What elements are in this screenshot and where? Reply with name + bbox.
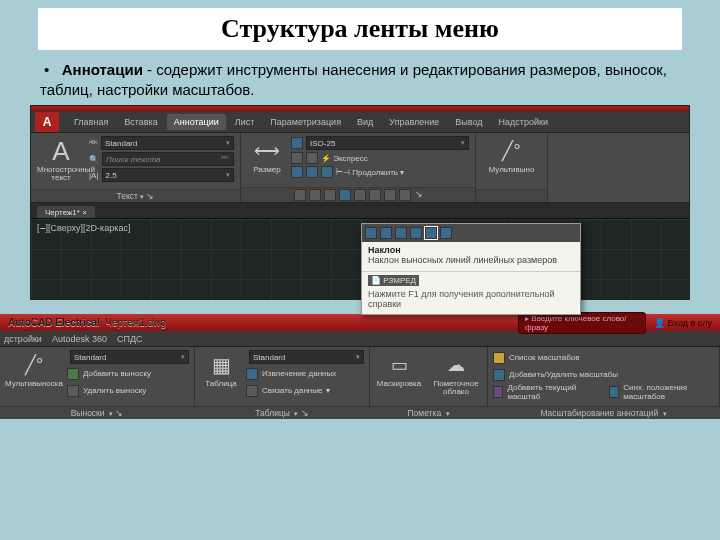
tab2-spds[interactable]: СПДС (117, 334, 143, 344)
autocad-ribbon-annotations: A Главная Вставка Аннотации Лист Парамет… (30, 105, 690, 300)
panel-dimension: ⟷ Размер ISO-25▾ ⚡ Экспресс ⊢⊣ Продолжит… (241, 133, 476, 202)
tab-addins[interactable]: Надстройки (492, 114, 555, 130)
cloud-button[interactable]: ☁ Пометочное облако (431, 350, 481, 397)
multileader-label: Мультивыно (482, 166, 541, 174)
titlebar2: AutoCAD Electrical Чертеж1.dwg ▸ Введите… (0, 314, 720, 331)
app-name: AutoCAD Electrical Чертеж1.dwg (0, 317, 174, 328)
table-button[interactable]: ▦ Таблица (200, 350, 242, 388)
dimension-label: Размер (247, 166, 287, 174)
sync-scale-button[interactable]: Синх. положения масштабов (609, 384, 714, 399)
autocad-ribbon-electrical: AutoCAD Electrical Чертеж1.dwg ▸ Введите… (0, 314, 720, 419)
text-style-combo[interactable]: Standard▾ (101, 136, 234, 150)
remove-leader-button[interactable]: Удалить выноску (67, 383, 189, 398)
multitext-label: Многострочный текст (37, 166, 85, 183)
addrem-scale-button[interactable]: Добавить/Удалить масштабы (493, 367, 618, 382)
panel-scaling: Список масштабов Добавить/Удалить масшта… (488, 347, 720, 419)
table-icon: ▦ (200, 350, 242, 380)
panel-text-label[interactable]: Текст▾ ↘ (31, 189, 240, 202)
panel-markup: ▭ Маскировка ☁ Пометочное облако Пометка… (370, 347, 488, 419)
slide-title: Структура ленты меню (38, 8, 682, 50)
tooltip-help: Нажмите F1 для получения дополнительной … (362, 287, 580, 311)
login-button[interactable]: 👤 Вход в слу (646, 318, 720, 328)
tab-view[interactable]: Вид (350, 114, 380, 130)
multileader2-button[interactable]: ╱° Мультивыноска (5, 350, 63, 388)
mask-button[interactable]: ▭ Маскировка (375, 350, 423, 388)
express-button[interactable]: ⚡ Экспресс (321, 154, 368, 163)
app-menu-button[interactable]: A (35, 112, 59, 132)
panel-dim-label[interactable]: ↘ (241, 187, 475, 202)
tab-manage[interactable]: Управление (382, 114, 446, 130)
panel-leaders-label[interactable]: Выноски ▾ ↘ (0, 406, 195, 419)
dim-ic2 (306, 152, 318, 164)
text-icon: A (37, 136, 85, 166)
dimension-icon: ⟷ (247, 136, 287, 166)
ribbon-body: A Многострочный текст ᴬᴮᶜStandard▾ 🔍Поис… (31, 133, 689, 203)
scale-list-button[interactable]: Список масштабов (493, 350, 580, 365)
tab-insert[interactable]: Вставка (117, 114, 164, 130)
tooltip-desc: Наклон выносных линий линейных размеров (362, 255, 580, 269)
slide-description: • Аннотации - содержит инструменты нанес… (40, 60, 680, 99)
mask-icon: ▭ (375, 350, 423, 380)
multitext-button[interactable]: A Многострочный текст (37, 136, 85, 183)
tab-annotations[interactable]: Аннотации (167, 114, 226, 130)
tooltip-oblique: Наклон Наклон выносных линий линейных ра… (361, 223, 581, 315)
dim-style-combo[interactable]: ISO-25▾ (306, 136, 469, 150)
desc-bold: Аннотации (62, 61, 143, 78)
table-style-combo[interactable]: Standard▾ (249, 350, 364, 364)
cloud-icon: ☁ (431, 350, 481, 380)
tab-output[interactable]: Вывод (448, 114, 489, 130)
addcur-scale-button[interactable]: Добавить текущий масштаб (493, 384, 595, 399)
panel-scaling-label[interactable]: Масштабирование аннотаций ▾ (487, 406, 720, 419)
add-leader-button[interactable]: Добавить выноску (67, 366, 189, 381)
link-data-button[interactable]: Связать данные ▾ (246, 383, 364, 398)
dim-express-icon (291, 152, 303, 164)
leader-style-combo[interactable]: Standard▾ (70, 350, 189, 364)
dimension-button[interactable]: ⟷ Размер (247, 136, 287, 174)
tooltip-title: Наклон (362, 242, 580, 255)
text-search[interactable]: Поиск текстаᴬᴮᶜ (102, 152, 234, 166)
multileader-button[interactable]: ╱° Мультивыно (482, 136, 541, 174)
doc-tab[interactable]: Чертеж1* × (37, 206, 95, 218)
tab2-addins[interactable]: дстройки (4, 334, 42, 344)
tab-parametric[interactable]: Параметризация (263, 114, 348, 130)
panel-markup-label[interactable]: Пометка ▾ (369, 406, 488, 419)
panel-tables: ▦ Таблица Standard▾ Извлечение данных Св… (195, 347, 370, 419)
doc-tab-bar: Чертеж1* × (31, 203, 689, 219)
continue-button[interactable]: ⊢⊣ Продолжить ▾ (336, 168, 404, 177)
viewport-label[interactable]: [‒][Сверху][2D-каркас] (31, 219, 689, 237)
multileader-icon: ╱° (482, 136, 541, 166)
panel-leaders: ╱° Мультивыноска Standard▾ Добавить выно… (0, 347, 195, 419)
tooltip-command: 📄 РЗМРЕД (368, 275, 419, 286)
ribbon-tabs: Главная Вставка Аннотации Лист Параметри… (63, 114, 555, 130)
multileader2-icon: ╱° (5, 350, 63, 380)
panel-text: A Многострочный текст ᴬᴮᶜStandard▾ 🔍Поис… (31, 133, 241, 202)
panel-tables-label[interactable]: Таблицы ▾ ↘ (194, 406, 370, 419)
text-height-combo[interactable]: 2.5▾ (102, 168, 235, 182)
tab-home[interactable]: Главная (67, 114, 115, 130)
extract-data-button[interactable]: Извлечение данных (246, 366, 364, 381)
dim-style-icon (291, 137, 303, 149)
tab2-a360[interactable]: Autodesk 360 (52, 334, 107, 344)
viewport[interactable]: [‒][Сверху][2D-каркас] Наклон Наклон вын… (31, 219, 689, 299)
panel-multileader: ╱° Мультивыно (476, 133, 548, 202)
tab-sheet[interactable]: Лист (228, 114, 262, 130)
